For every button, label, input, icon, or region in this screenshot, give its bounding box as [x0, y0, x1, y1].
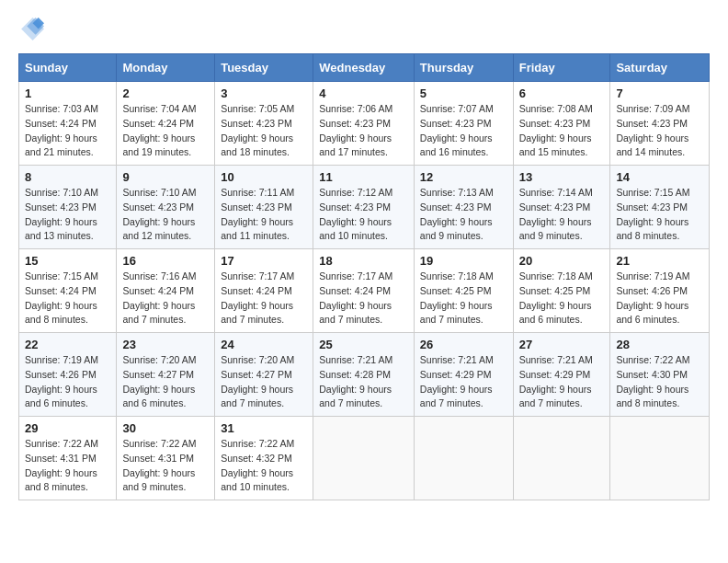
calendar-body: 1 Sunrise: 7:03 AM Sunset: 4:24 PM Dayli… — [19, 82, 710, 500]
day-info: Sunrise: 7:20 AM Sunset: 4:27 PM Dayligh… — [221, 353, 307, 411]
calendar-cell: 2 Sunrise: 7:04 AM Sunset: 4:24 PM Dayli… — [117, 82, 215, 166]
day-number: 8 — [25, 170, 110, 184]
week-row-3: 15 Sunrise: 7:15 AM Sunset: 4:24 PM Dayl… — [19, 249, 710, 333]
calendar-cell: 6 Sunrise: 7:08 AM Sunset: 4:23 PM Dayli… — [513, 82, 610, 166]
day-number: 14 — [616, 170, 703, 184]
day-info: Sunrise: 7:13 AM Sunset: 4:23 PM Dayligh… — [420, 186, 507, 244]
calendar-cell: 8 Sunrise: 7:10 AM Sunset: 4:23 PM Dayli… — [19, 166, 117, 249]
day-number: 25 — [319, 338, 408, 351]
day-info: Sunrise: 7:22 AM Sunset: 4:32 PM Dayligh… — [221, 437, 307, 495]
day-number: 17 — [221, 254, 307, 268]
day-number: 20 — [519, 254, 605, 268]
day-info: Sunrise: 7:14 AM Sunset: 4:23 PM Dayligh… — [519, 186, 605, 244]
day-info: Sunrise: 7:17 AM Sunset: 4:24 PM Dayligh… — [319, 270, 408, 327]
day-info: Sunrise: 7:22 AM Sunset: 4:31 PM Dayligh… — [122, 437, 209, 495]
calendar-cell: 16 Sunrise: 7:16 AM Sunset: 4:24 PM Dayl… — [117, 249, 215, 333]
week-row-5: 29 Sunrise: 7:22 AM Sunset: 4:31 PM Dayl… — [19, 417, 710, 500]
calendar-cell: 15 Sunrise: 7:15 AM Sunset: 4:24 PM Dayl… — [19, 249, 117, 333]
day-info: Sunrise: 7:16 AM Sunset: 4:24 PM Dayligh… — [122, 270, 209, 327]
calendar-cell: 31 Sunrise: 7:22 AM Sunset: 4:32 PM Dayl… — [215, 417, 313, 500]
calendar-cell: 21 Sunrise: 7:19 AM Sunset: 4:26 PM Dayl… — [610, 249, 710, 333]
day-number: 26 — [420, 338, 507, 351]
calendar-cell: 22 Sunrise: 7:19 AM Sunset: 4:26 PM Dayl… — [19, 333, 117, 417]
day-info: Sunrise: 7:15 AM Sunset: 4:24 PM Dayligh… — [25, 270, 110, 327]
calendar-cell: 23 Sunrise: 7:20 AM Sunset: 4:27 PM Dayl… — [117, 333, 215, 417]
day-number: 31 — [221, 421, 307, 435]
day-number: 10 — [221, 170, 307, 184]
week-row-4: 22 Sunrise: 7:19 AM Sunset: 4:26 PM Dayl… — [19, 333, 710, 417]
calendar-cell: 20 Sunrise: 7:18 AM Sunset: 4:25 PM Dayl… — [513, 249, 610, 333]
day-number: 22 — [25, 338, 110, 351]
day-info: Sunrise: 7:20 AM Sunset: 4:27 PM Dayligh… — [122, 353, 209, 411]
calendar-cell: 26 Sunrise: 7:21 AM Sunset: 4:29 PM Dayl… — [414, 333, 513, 417]
day-info: Sunrise: 7:18 AM Sunset: 4:25 PM Dayligh… — [420, 270, 507, 327]
calendar-cell: 12 Sunrise: 7:13 AM Sunset: 4:23 PM Dayl… — [414, 166, 513, 249]
week-row-1: 1 Sunrise: 7:03 AM Sunset: 4:24 PM Dayli… — [19, 82, 710, 166]
calendar-cell — [313, 417, 415, 500]
calendar-cell: 4 Sunrise: 7:06 AM Sunset: 4:23 PM Dayli… — [313, 82, 415, 166]
day-info: Sunrise: 7:21 AM Sunset: 4:28 PM Dayligh… — [319, 353, 408, 411]
day-info: Sunrise: 7:21 AM Sunset: 4:29 PM Dayligh… — [420, 353, 507, 411]
day-info: Sunrise: 7:03 AM Sunset: 4:24 PM Dayligh… — [25, 102, 110, 160]
logo — [18, 15, 48, 40]
day-info: Sunrise: 7:05 AM Sunset: 4:23 PM Dayligh… — [221, 102, 307, 160]
calendar-cell: 17 Sunrise: 7:17 AM Sunset: 4:24 PM Dayl… — [215, 249, 313, 333]
calendar-cell — [610, 417, 710, 500]
day-number: 1 — [25, 86, 110, 100]
calendar-cell: 13 Sunrise: 7:14 AM Sunset: 4:23 PM Dayl… — [513, 166, 610, 249]
day-info: Sunrise: 7:15 AM Sunset: 4:23 PM Dayligh… — [616, 186, 703, 244]
calendar-cell: 3 Sunrise: 7:05 AM Sunset: 4:23 PM Dayli… — [215, 82, 313, 166]
calendar-cell: 18 Sunrise: 7:17 AM Sunset: 4:24 PM Dayl… — [313, 249, 415, 333]
day-number: 23 — [122, 338, 209, 351]
day-info: Sunrise: 7:04 AM Sunset: 4:24 PM Dayligh… — [122, 102, 209, 160]
day-number: 5 — [420, 86, 507, 100]
calendar-cell: 9 Sunrise: 7:10 AM Sunset: 4:23 PM Dayli… — [117, 166, 215, 249]
week-row-2: 8 Sunrise: 7:10 AM Sunset: 4:23 PM Dayli… — [19, 166, 710, 249]
calendar-cell: 5 Sunrise: 7:07 AM Sunset: 4:23 PM Dayli… — [414, 82, 513, 166]
logo-icon — [18, 15, 44, 40]
calendar-table: SundayMondayTuesdayWednesdayThursdayFrid… — [18, 53, 710, 500]
day-number: 29 — [25, 421, 110, 435]
calendar-cell: 14 Sunrise: 7:15 AM Sunset: 4:23 PM Dayl… — [610, 166, 710, 249]
day-number: 11 — [319, 170, 408, 184]
calendar-cell: 25 Sunrise: 7:21 AM Sunset: 4:28 PM Dayl… — [313, 333, 415, 417]
col-header-thursday: Thursday — [414, 54, 513, 82]
day-info: Sunrise: 7:19 AM Sunset: 4:26 PM Dayligh… — [616, 270, 703, 327]
day-number: 30 — [122, 421, 209, 435]
day-number: 7 — [616, 86, 703, 100]
calendar-cell: 24 Sunrise: 7:20 AM Sunset: 4:27 PM Dayl… — [215, 333, 313, 417]
calendar-cell: 11 Sunrise: 7:12 AM Sunset: 4:23 PM Dayl… — [313, 166, 415, 249]
day-info: Sunrise: 7:06 AM Sunset: 4:23 PM Dayligh… — [319, 102, 408, 160]
day-number: 16 — [122, 254, 209, 268]
calendar-cell: 27 Sunrise: 7:21 AM Sunset: 4:29 PM Dayl… — [513, 333, 610, 417]
day-info: Sunrise: 7:10 AM Sunset: 4:23 PM Dayligh… — [25, 186, 110, 244]
day-info: Sunrise: 7:22 AM Sunset: 4:30 PM Dayligh… — [616, 353, 703, 411]
calendar-cell — [513, 417, 610, 500]
day-info: Sunrise: 7:12 AM Sunset: 4:23 PM Dayligh… — [319, 186, 408, 244]
calendar-cell: 1 Sunrise: 7:03 AM Sunset: 4:24 PM Dayli… — [19, 82, 117, 166]
day-info: Sunrise: 7:19 AM Sunset: 4:26 PM Dayligh… — [25, 353, 110, 411]
calendar-cell: 10 Sunrise: 7:11 AM Sunset: 4:23 PM Dayl… — [215, 166, 313, 249]
day-info: Sunrise: 7:07 AM Sunset: 4:23 PM Dayligh… — [420, 102, 507, 160]
day-number: 6 — [519, 86, 605, 100]
col-header-saturday: Saturday — [610, 54, 710, 82]
day-number: 12 — [420, 170, 507, 184]
day-number: 21 — [616, 254, 703, 268]
calendar-cell: 29 Sunrise: 7:22 AM Sunset: 4:31 PM Dayl… — [19, 417, 117, 500]
col-header-friday: Friday — [513, 54, 610, 82]
col-header-sunday: Sunday — [19, 54, 117, 82]
day-number: 28 — [616, 338, 703, 351]
calendar-cell: 30 Sunrise: 7:22 AM Sunset: 4:31 PM Dayl… — [117, 417, 215, 500]
day-info: Sunrise: 7:18 AM Sunset: 4:25 PM Dayligh… — [519, 270, 605, 327]
col-header-tuesday: Tuesday — [215, 54, 313, 82]
day-info: Sunrise: 7:09 AM Sunset: 4:23 PM Dayligh… — [616, 102, 703, 160]
col-header-monday: Monday — [117, 54, 215, 82]
day-info: Sunrise: 7:11 AM Sunset: 4:23 PM Dayligh… — [221, 186, 307, 244]
day-number: 27 — [519, 338, 605, 351]
calendar-header-row: SundayMondayTuesdayWednesdayThursdayFrid… — [19, 54, 710, 82]
day-number: 24 — [221, 338, 307, 351]
day-number: 15 — [25, 254, 110, 268]
day-number: 13 — [519, 170, 605, 184]
header — [18, 15, 710, 40]
calendar-cell — [414, 417, 513, 500]
